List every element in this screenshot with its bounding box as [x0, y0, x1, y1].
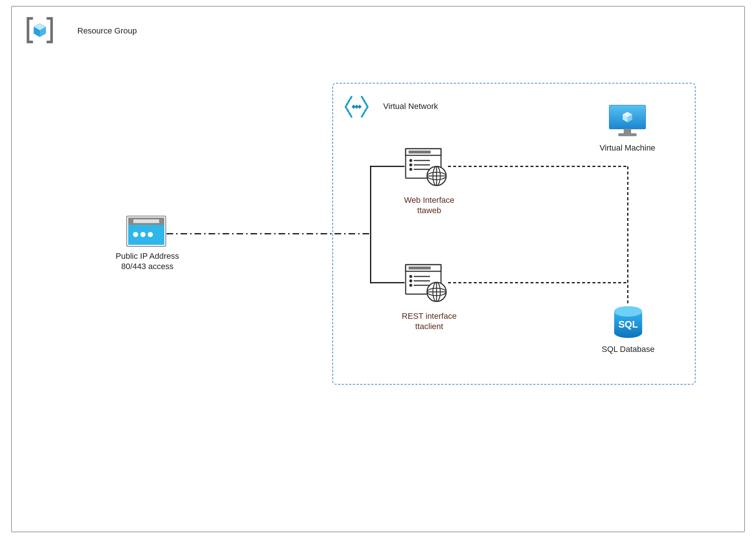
connector-dashed-network	[448, 166, 640, 324]
svg-rect-6	[357, 105, 361, 109]
sql-database-label: SQL Database	[601, 344, 656, 355]
public-ip-icon	[126, 215, 167, 248]
resource-group-icon	[25, 15, 55, 45]
svg-rect-48	[624, 129, 631, 133]
public-ip-label-1: Public IP Address	[112, 251, 182, 262]
resource-group-label: Resource Group	[77, 26, 137, 36]
rest-interface-icon	[404, 263, 448, 304]
svg-point-32	[410, 276, 412, 278]
svg-point-13	[148, 232, 153, 237]
diagram-canvas: Resource Group Virtual Network Public IP…	[0, 0, 756, 547]
svg-point-12	[140, 232, 146, 237]
svg-point-20	[410, 169, 412, 170]
svg-rect-49	[618, 133, 637, 136]
svg-point-34	[410, 285, 412, 286]
svg-rect-31	[409, 267, 431, 269]
web-interface-icon	[404, 147, 448, 188]
svg-rect-17	[409, 151, 431, 153]
virtual-machine-label: Virtual Machine	[596, 143, 659, 153]
svg-rect-9	[133, 219, 159, 223]
virtual-network-label: Virtual Network	[383, 101, 438, 112]
public-ip-label-2: 80/443 access	[112, 261, 182, 272]
svg-point-18	[410, 160, 412, 162]
virtual-network-icon	[342, 94, 371, 120]
svg-point-11	[133, 232, 138, 237]
connector-publicip-to-vnet	[167, 230, 371, 237]
virtual-machine-icon	[607, 103, 648, 140]
connector-bracket	[368, 166, 405, 287]
svg-point-19	[410, 164, 412, 166]
svg-point-33	[410, 280, 412, 282]
